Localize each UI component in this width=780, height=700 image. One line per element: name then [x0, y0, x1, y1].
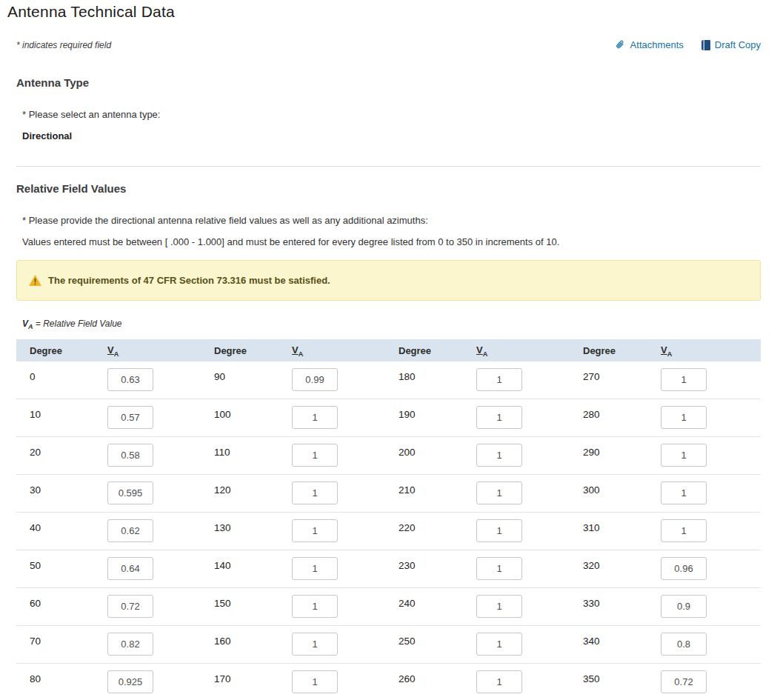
- va-input-cell: [292, 670, 399, 693]
- relative-field-input-100[interactable]: [292, 406, 338, 429]
- va-input-cell: [476, 519, 583, 542]
- relative-field-input-90[interactable]: [292, 368, 338, 391]
- va-input-cell: [107, 670, 214, 693]
- relative-field-input-80[interactable]: [107, 670, 153, 693]
- va-input-cell: [661, 670, 767, 693]
- attachments-link[interactable]: Attachments: [615, 39, 684, 50]
- degree-label-70: 70: [30, 633, 107, 647]
- relative-field-input-250[interactable]: [476, 633, 522, 656]
- toolbar-links: Attachments Draft Copy: [615, 39, 761, 50]
- relative-field-input-190[interactable]: [476, 406, 522, 429]
- relative-field-input-30[interactable]: [107, 481, 153, 504]
- va-input-cell: [661, 519, 767, 542]
- relative-field-input-240[interactable]: [476, 595, 522, 618]
- va-input-cell: [476, 557, 583, 580]
- relative-field-input-300[interactable]: [661, 481, 707, 504]
- required-field-note: * indicates required field: [16, 40, 111, 50]
- va-input-cell: [107, 633, 214, 656]
- relative-field-input-210[interactable]: [476, 481, 522, 504]
- va-input-cell: [661, 406, 767, 429]
- degree-label-60: 60: [30, 595, 107, 609]
- va-input-cell: [292, 595, 399, 618]
- relative-field-input-230[interactable]: [476, 557, 522, 580]
- va-input-cell: [476, 633, 583, 656]
- va-input-cell: [661, 481, 767, 504]
- va-input-cell: [292, 368, 399, 391]
- draft-copy-icon: [701, 40, 710, 50]
- va-input-cell: [476, 670, 583, 693]
- relative-field-input-110[interactable]: [292, 444, 338, 467]
- va-input-cell: [292, 519, 399, 542]
- relative-field-input-20[interactable]: [107, 444, 153, 467]
- degree-label-40: 40: [30, 519, 107, 533]
- va-legend: VA = Relative Field Value: [22, 319, 780, 330]
- antenna-technical-data-page: Antenna Technical Data * indicates requi…: [0, 3, 780, 700]
- table-row: 20110200290: [16, 437, 761, 475]
- degree-label-350: 350: [583, 670, 661, 684]
- degree-label-160: 160: [214, 633, 292, 647]
- degree-label-270: 270: [583, 368, 661, 382]
- degree-label-330: 330: [583, 595, 661, 609]
- relative-field-input-310[interactable]: [661, 519, 707, 542]
- va-input-cell: [661, 595, 767, 618]
- relative-field-input-120[interactable]: [292, 481, 338, 504]
- degree-label-280: 280: [583, 406, 661, 420]
- table-header-row: DegreeVADegreeVADegreeVADegreeVA: [16, 339, 761, 361]
- paperclip-icon: [615, 39, 626, 50]
- relative-field-input-140[interactable]: [292, 557, 338, 580]
- table-row: 60150240330: [16, 588, 761, 626]
- degree-label-180: 180: [399, 368, 476, 382]
- degree-label-110: 110: [214, 444, 292, 458]
- relative-field-input-330[interactable]: [661, 595, 707, 618]
- relative-field-input-320[interactable]: [661, 557, 707, 580]
- draft-copy-link[interactable]: Draft Copy: [701, 39, 761, 50]
- relative-field-table: DegreeVADegreeVADegreeVADegreeVA 0901802…: [16, 339, 761, 700]
- relative-field-input-70[interactable]: [107, 633, 153, 656]
- relative-field-input-200[interactable]: [476, 444, 522, 467]
- relative-field-input-60[interactable]: [107, 595, 153, 618]
- relative-field-input-260[interactable]: [476, 670, 522, 693]
- relative-field-input-170[interactable]: [292, 670, 338, 693]
- warning-icon: [29, 275, 41, 286]
- range-note: Values entered must be between [ .000 - …: [22, 236, 780, 247]
- va-input-cell: [107, 557, 214, 580]
- degree-label-140: 140: [214, 557, 292, 571]
- antenna-type-value: Directional: [22, 130, 780, 141]
- table-row: 50140230320: [16, 550, 761, 588]
- relative-field-input-130[interactable]: [292, 519, 338, 542]
- table-row: 40130220310: [16, 513, 761, 550]
- relative-field-input-290[interactable]: [661, 444, 707, 467]
- va-input-cell: [107, 368, 214, 391]
- relative-field-input-180[interactable]: [476, 368, 522, 391]
- va-symbol: VA: [22, 319, 33, 329]
- relative-field-input-220[interactable]: [476, 519, 522, 542]
- relative-field-input-50[interactable]: [107, 557, 153, 580]
- relative-field-input-10[interactable]: [107, 406, 153, 429]
- warning-text: The requirements of 47 CFR Section 73.31…: [48, 275, 330, 286]
- va-input-cell: [292, 444, 399, 467]
- page-title: Antenna Technical Data: [7, 3, 780, 21]
- va-input-cell: [661, 444, 767, 467]
- relative-field-input-280[interactable]: [661, 406, 707, 429]
- va-input-cell: [292, 406, 399, 429]
- relative-field-input-160[interactable]: [292, 633, 338, 656]
- relative-field-input-270[interactable]: [661, 368, 707, 391]
- relative-field-input-0[interactable]: [107, 368, 153, 391]
- va-column-header: VA: [476, 344, 583, 358]
- va-input-cell: [476, 368, 583, 391]
- relative-field-input-150[interactable]: [292, 595, 338, 618]
- degree-label-150: 150: [214, 595, 292, 609]
- relative-field-input-40[interactable]: [107, 519, 153, 542]
- antenna-type-prompt: * Please select an antenna type:: [22, 109, 780, 120]
- va-input-cell: [661, 633, 767, 656]
- table-row: 70160250340: [16, 626, 761, 664]
- warning-banner: The requirements of 47 CFR Section 73.31…: [16, 260, 761, 301]
- degree-label-20: 20: [30, 444, 107, 458]
- degree-column-header: Degree: [583, 345, 661, 356]
- degree-label-250: 250: [399, 633, 476, 647]
- va-column-header: VA: [292, 344, 399, 358]
- relative-field-input-350[interactable]: [661, 670, 707, 693]
- relative-field-input-340[interactable]: [661, 633, 707, 656]
- section-divider: [16, 166, 761, 167]
- degree-label-320: 320: [583, 557, 661, 571]
